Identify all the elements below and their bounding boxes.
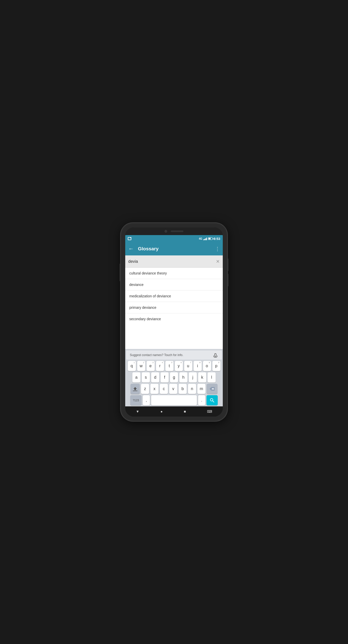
key-s[interactable]: s xyxy=(142,372,150,382)
app-toolbar: ← Glossary ⋮ xyxy=(125,242,223,255)
key-row-4: ?123 , . xyxy=(126,395,222,405)
key-m[interactable]: m xyxy=(197,384,205,394)
camera xyxy=(165,230,167,233)
key-z[interactable]: z xyxy=(141,384,149,394)
key-n[interactable]: n xyxy=(188,384,196,394)
delete-icon xyxy=(209,387,215,391)
keyboard-rows: 1 q 2 w 3 e 4 r xyxy=(126,361,222,405)
list-item[interactable]: deviance xyxy=(125,279,223,290)
nav-recent-button[interactable]: ■ xyxy=(184,409,186,413)
key-t[interactable]: 5 t xyxy=(165,361,173,371)
status-left xyxy=(128,237,131,240)
key-row-2: a s d f g h j k l xyxy=(126,372,222,382)
search-bar: ✕ xyxy=(125,255,223,268)
key-k[interactable]: k xyxy=(198,372,206,382)
list-item[interactable]: cultural deviance theory xyxy=(125,268,223,279)
suggestion-bar[interactable]: Suggest contact names? Touch for info. xyxy=(126,350,222,360)
bottom-nav: ▼ ● ■ ⌨ xyxy=(125,406,223,417)
search-icon xyxy=(210,398,215,403)
list-item[interactable]: secondary deviance xyxy=(125,313,223,325)
key-period[interactable]: . xyxy=(198,395,205,405)
speaker xyxy=(171,231,183,232)
key-f[interactable]: f xyxy=(161,372,169,382)
key-j[interactable]: j xyxy=(189,372,197,382)
key-c[interactable]: c xyxy=(160,384,168,394)
key-h[interactable]: h xyxy=(179,372,187,382)
battery-icon xyxy=(208,237,213,240)
key-search[interactable] xyxy=(207,395,218,405)
status-right: 4G 8:53 xyxy=(199,237,220,241)
svg-point-3 xyxy=(210,398,213,401)
status-time: 8:53 xyxy=(214,237,220,241)
key-row-3: z x c v b n m xyxy=(126,384,222,394)
key-b[interactable]: b xyxy=(179,384,187,394)
key-o[interactable]: 9 o xyxy=(203,361,211,371)
status-bar: 4G 8:53 xyxy=(125,235,223,242)
key-d[interactable]: d xyxy=(151,372,159,382)
sd-card-icon xyxy=(128,237,131,240)
key-p[interactable]: 0 p xyxy=(212,361,220,371)
key-delete[interactable] xyxy=(207,384,217,394)
mic-icon[interactable] xyxy=(213,352,218,358)
key-u[interactable]: 7 u xyxy=(184,361,192,371)
svg-line-4 xyxy=(213,401,214,402)
key-e[interactable]: 3 e xyxy=(147,361,155,371)
suggestion-text: Suggest contact names? Touch for info. xyxy=(130,353,213,357)
key-r[interactable]: 4 r xyxy=(156,361,164,371)
shift-icon xyxy=(133,387,137,391)
search-input[interactable] xyxy=(128,259,216,264)
key-i[interactable]: 8 i xyxy=(194,361,202,371)
list-item[interactable]: primary deviance xyxy=(125,302,223,313)
nav-keyboard-button[interactable]: ⌨ xyxy=(207,409,212,413)
toolbar-title: Glossary xyxy=(138,246,215,252)
key-l[interactable]: l xyxy=(208,372,216,382)
key-space[interactable] xyxy=(151,395,197,405)
overflow-menu-button[interactable]: ⋮ xyxy=(215,246,220,252)
key-w[interactable]: 2 w xyxy=(137,361,145,371)
list-item[interactable]: medicalization of deviance xyxy=(125,290,223,302)
keyboard: Suggest contact names? Touch for info. 1… xyxy=(125,349,223,406)
clear-button[interactable]: ✕ xyxy=(216,259,220,264)
nav-back-button[interactable]: ▼ xyxy=(136,409,139,413)
key-q[interactable]: 1 q xyxy=(128,361,136,371)
key-g[interactable]: g xyxy=(170,372,178,382)
svg-marker-0 xyxy=(133,387,137,390)
back-button[interactable]: ← xyxy=(128,246,134,252)
key-sym[interactable]: ?123 xyxy=(130,395,141,405)
key-a[interactable]: a xyxy=(132,372,140,382)
key-comma[interactable]: , xyxy=(143,395,150,405)
phone-top-bar xyxy=(125,227,223,235)
key-row-1: 1 q 2 w 3 e 4 r xyxy=(126,361,222,371)
results-list: cultural deviance theory deviance medica… xyxy=(125,268,223,349)
key-x[interactable]: x xyxy=(150,384,159,394)
key-v[interactable]: v xyxy=(169,384,177,394)
signal-4g-label: 4G xyxy=(199,237,202,240)
signal-bars-icon xyxy=(203,237,207,240)
nav-home-button[interactable]: ● xyxy=(161,409,163,413)
key-y[interactable]: 6 y xyxy=(175,361,183,371)
key-shift[interactable] xyxy=(131,384,140,394)
